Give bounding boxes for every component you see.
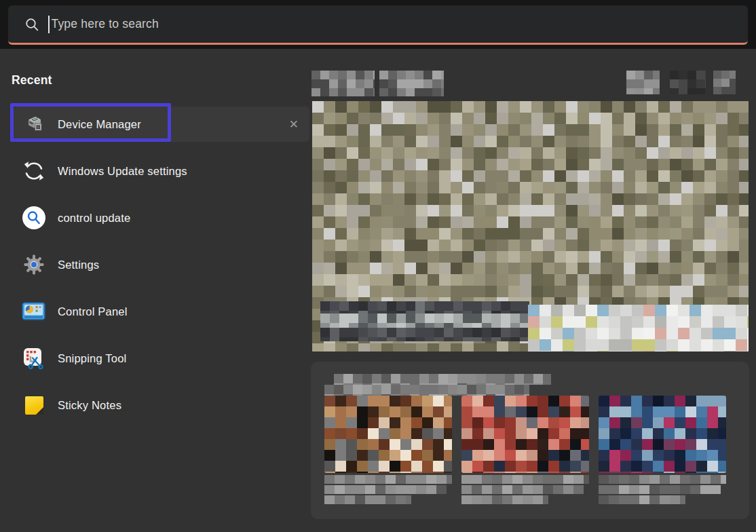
- recent-item-label: Settings: [58, 259, 99, 271]
- recent-heading: Recent: [12, 73, 52, 88]
- blurred-thumb2-caption-line-1: [461, 475, 589, 484]
- blurred-thumb1-caption-line-2: [324, 485, 447, 494]
- blurred-toolbar-button-3[interactable]: [713, 71, 736, 94]
- blurred-thumbnail-2[interactable]: [461, 396, 589, 473]
- blurred-thumb3-caption-line-1: [599, 475, 726, 484]
- recent-item-device-manager[interactable]: Device Manager ✕: [14, 107, 309, 142]
- blurred-card-title-line-2: [324, 385, 529, 396]
- text-caret: [48, 16, 50, 33]
- blurred-main-image[interactable]: [312, 101, 749, 352]
- blurred-toolbar-button-2[interactable]: [670, 71, 706, 94]
- blurred-image-caption-row-3: [320, 328, 529, 341]
- gear-icon: [22, 252, 46, 277]
- blurred-thumbnail-1[interactable]: [324, 396, 452, 473]
- recent-item-control-panel[interactable]: Control Panel: [14, 294, 309, 329]
- device-manager-icon: [22, 112, 46, 136]
- blurred-thumbnail-3[interactable]: [599, 396, 726, 473]
- recent-item-label: Sticky Notes: [58, 399, 121, 412]
- search-icon: [24, 17, 39, 32]
- recent-item-snipping-tool[interactable]: Snipping Tool: [14, 341, 309, 376]
- blurred-thumb2-caption-line-2: [461, 485, 584, 494]
- blurred-thumb1-caption-line-1: [324, 475, 452, 484]
- control-panel-icon: [22, 299, 46, 324]
- recent-item-sticky-notes[interactable]: Sticky Notes: [14, 387, 309, 423]
- blurred-panel-title-2: [379, 71, 444, 96]
- blurred-thumb2-caption-line-3: [461, 495, 548, 504]
- remove-recent-icon[interactable]: ✕: [289, 119, 299, 130]
- blurred-thumb3-caption-line-2: [599, 485, 721, 494]
- recent-item-settings[interactable]: Settings: [14, 247, 309, 282]
- search-placeholder: Type here to search: [52, 17, 159, 31]
- recent-item-control-update[interactable]: control update: [14, 200, 309, 235]
- blurred-image-caption-row-1: [320, 301, 529, 314]
- recent-item-label: Control Panel: [58, 305, 128, 318]
- recent-item-label: Windows Update settings: [58, 165, 187, 178]
- recent-item-windows-update-settings[interactable]: Windows Update settings: [14, 153, 309, 189]
- recent-list: Device Manager ✕ Windows Update settings…: [0, 107, 312, 434]
- recent-item-label: Device Manager: [58, 118, 141, 131]
- news-card: [311, 362, 749, 519]
- recent-item-label: control update: [58, 212, 130, 225]
- blurred-image-caption-row-2: [320, 314, 529, 328]
- blurred-card-title-line-1: [334, 374, 551, 385]
- blurred-thumb1-caption-line-3: [324, 495, 411, 504]
- sticky-notes-icon: [22, 393, 46, 417]
- search-circle-icon: [22, 206, 46, 230]
- recent-item-label: Snipping Tool: [58, 352, 126, 365]
- search-input[interactable]: Type here to search: [8, 5, 748, 45]
- blurred-image-highlight-area: [528, 305, 749, 352]
- search-topbar: Type here to search: [0, 0, 756, 49]
- snipping-tool-icon: [22, 346, 46, 370]
- blurred-thumb3-caption-line-3: [599, 495, 685, 504]
- blurred-panel-title-1: [311, 71, 375, 96]
- sync-icon: [22, 159, 46, 183]
- blurred-toolbar-button-1[interactable]: [626, 71, 660, 94]
